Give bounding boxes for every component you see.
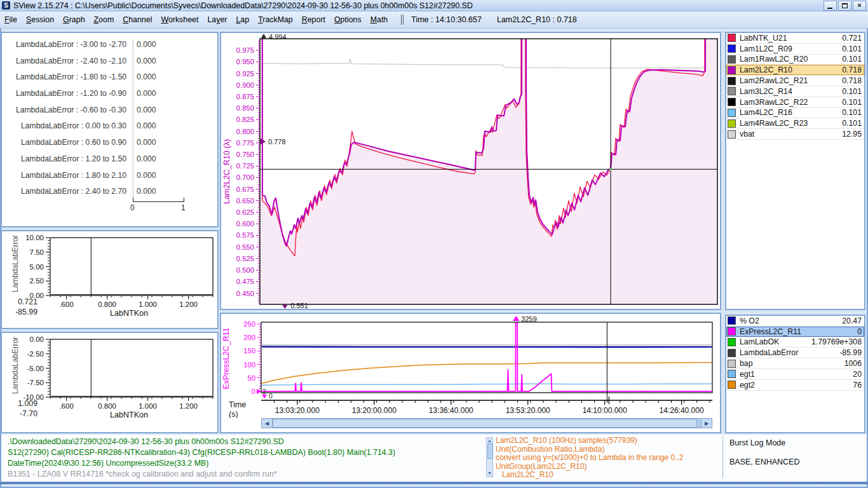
svg-text:200: 200 (243, 334, 255, 341)
svg-text:0.650: 0.650 (236, 197, 254, 205)
log-cal-info: S12(27290) Cal(RICESP-RR286-NTKcalibrati… (8, 448, 395, 457)
channel-row-egt1[interactable]: egt120 (726, 369, 864, 380)
info-scrollbar[interactable]: ▲ ▼ (486, 437, 493, 477)
channel-row-lam1rawl2c-r20[interactable]: Lam1RawL2C_R200.101 (726, 55, 864, 65)
status-divider (722, 437, 723, 478)
channel-value: 0.101 (842, 55, 862, 64)
channel-name: Lam1L2C_R09 (740, 44, 839, 53)
channel-name: % O2 (740, 316, 839, 325)
channel-row-vbat[interactable]: vbat12.95 (726, 129, 864, 140)
log-file-path: .\DownloadedData\27290\2024-09-30 12-56-… (8, 437, 284, 446)
channel-value: 1006 (844, 359, 862, 368)
close-icon: × (853, 1, 865, 9)
histogram-bin-value: 0.000 (137, 69, 156, 86)
histogram-bin-value: 0.000 (137, 135, 156, 151)
channel-name: Lam2L2C_R10 (740, 65, 839, 74)
menu-item-channel[interactable]: Channel (118, 11, 156, 28)
menu-item-file[interactable]: File (0, 11, 22, 28)
channel-row-lam4rawl2c-r23[interactable]: Lam4RawL2C_R230.101 (726, 118, 864, 129)
channel-row-lam1l2c-r09[interactable]: Lam1L2C_R090.101 (726, 44, 864, 55)
channel-value: 20 (853, 370, 862, 379)
histogram-row: LambdaLabError : 0.60 to 0.900.000 (2, 135, 217, 151)
menu-item-lap[interactable]: Lap (231, 11, 254, 28)
channel-color-swatch (728, 109, 736, 117)
menu-item-worksheet[interactable]: Worksheet (156, 11, 203, 28)
channel-row-egt2[interactable]: egt276 (726, 380, 864, 391)
menu-item-layer[interactable]: Layer (203, 11, 231, 28)
histogram-row: LambdaLabError : 1.20 to 1.500.000 (2, 151, 217, 168)
svg-text:0.475: 0.475 (236, 278, 254, 285)
channel-row-lam4l2c-r16[interactable]: Lam4L2C_R160.101 (726, 108, 864, 119)
minimize-button[interactable] (824, 1, 837, 11)
channel-value: 1.79769e+308 (811, 337, 862, 346)
channel-row-lambdalaberror[interactable]: LambdaLabError-85.99 (726, 348, 864, 358)
histogram-bin-value: 0.000 (137, 53, 156, 70)
svg-text:0.725: 0.725 (236, 162, 254, 170)
svg-text:0: 0 (269, 392, 273, 400)
lambda-error-histogram-panel[interactable]: LambdaLabError : -3.00 to -2.700.000Lamb… (1, 32, 219, 227)
channel-info-line: Unit(Combustion Ratio,Lambda) (496, 445, 722, 454)
menu-item-graph[interactable]: Graph (58, 11, 89, 28)
app-logo-icon: S (2, 1, 10, 10)
pressure-graph-panel[interactable]: 05010015020025013:03:20.00013:20:00.0001… (220, 313, 721, 433)
scatter-plot-negative-error-panel[interactable]: 0.00-2.50-5.00-7.50-10.00.6000.8001.0001… (1, 332, 219, 433)
cursor-readout: Time : 14:10:30.657 Lam2L2C_R10 : 0.718 (411, 15, 577, 24)
main-lambda-graph-panel[interactable]: 0.4500.4750.5000.5250.5500.5750.6000.625… (220, 32, 721, 310)
svg-text:13:36:40.000: 13:36:40.000 (429, 406, 473, 415)
channel-color-swatch (728, 349, 736, 357)
title-bar[interactable]: S SView 2.15.274 : C:\Users\Public\Docum… (0, 0, 868, 11)
histogram-row: LambdaLabError : 0.00 to 0.300.000 (2, 118, 217, 135)
channel-row-lam3rawl2c-r22[interactable]: Lam3RawL2C_R220.101 (726, 97, 864, 108)
channel-color-swatch (728, 360, 736, 368)
channel-row-bap[interactable]: bap1006 (726, 358, 864, 369)
channel-row-lamlabok[interactable]: LamLabOK1.79769e+308 (726, 337, 864, 348)
channel-row-lam2l2c-r10[interactable]: Lam2L2C_R100.718 (726, 65, 864, 76)
menu-item-zoom[interactable]: Zoom (90, 11, 119, 28)
bottom-chart-svg[interactable]: 05010015020025013:03:20.00013:20:00.0001… (221, 314, 720, 418)
menu-item-math[interactable]: Math (366, 11, 393, 28)
scroll-right-arrow-icon[interactable]: ▶ (701, 419, 712, 428)
svg-text:1.000: 1.000 (139, 402, 157, 410)
main-chart-svg[interactable]: 0.4500.4750.5000.5250.5500.5750.6000.625… (221, 33, 720, 309)
svg-text:50: 50 (247, 374, 255, 382)
channel-value: 0.718 (842, 65, 862, 74)
time-scrollbar[interactable]: ◀ ▶ (261, 418, 712, 428)
main-channel-list-panel: LabNTK_U210.721Lam1L2C_R090.101Lam1RawL2… (725, 32, 865, 310)
close-button[interactable]: × (853, 1, 866, 11)
scatter-plot-positive-error-panel[interactable]: 10.007.505.002.500.00.6000.8001.0001.200… (1, 230, 219, 329)
channel-name: LabNTK_U21 (740, 34, 839, 43)
overlay-channel-list-panel: % O220.47ExPressL2C_R110LamLabOK1.79769e… (725, 315, 865, 433)
svg-text:250: 250 (243, 320, 255, 328)
svg-text:0.600: 0.600 (236, 220, 254, 227)
maximize-button[interactable] (838, 1, 851, 11)
histogram-bin-label: LambdaLabError : -1.80 to -1.50 (16, 69, 126, 86)
svg-text:0.625: 0.625 (236, 208, 254, 216)
channel-row-labntk-u21[interactable]: LabNTK_U210.721 (726, 33, 864, 44)
histogram-row: LambdaLabError : 1.80 to 2.100.000 (2, 168, 217, 184)
svg-text:Time: Time (229, 400, 246, 409)
channel-color-swatch (728, 98, 736, 106)
channel-name: Lam4RawL2C_R23 (740, 119, 839, 128)
svg-text:-5.00: -5.00 (27, 365, 44, 372)
menu-item-report[interactable]: Report (297, 11, 330, 28)
channel-info-line: convert using y=(x/1000)+0 to Lambda in … (496, 454, 722, 463)
channel-row--o2[interactable]: % O220.47 (726, 316, 864, 327)
scroll-down-arrow-icon[interactable]: ▼ (487, 471, 492, 476)
info-scrollbar-thumb[interactable] (487, 444, 493, 459)
histogram-axis-min: 0 (130, 203, 135, 212)
svg-text:0.525: 0.525 (236, 255, 254, 262)
scroll-up-arrow-icon[interactable]: ▲ (487, 438, 492, 444)
scrollbar-thumb[interactable] (273, 419, 697, 428)
channel-row-lam2rawl2c-r21[interactable]: Lam2RawL2C_R210.718 (726, 76, 864, 86)
menu-item-session[interactable]: Session (22, 11, 58, 28)
histogram-bin-label: LambdaLabError : 1.20 to 1.50 (21, 151, 126, 168)
channel-value: 12.95 (842, 130, 862, 139)
channel-color-swatch (728, 381, 736, 389)
channel-name: bap (740, 359, 842, 368)
channel-name: egt2 (740, 381, 850, 390)
menu-item-trackmap[interactable]: TrackMap (254, 11, 297, 28)
channel-row-expressl2c-r11[interactable]: ExPressL2C_R110 (726, 327, 864, 337)
menu-item-options[interactable]: Options (330, 11, 366, 28)
scroll-left-arrow-icon[interactable]: ◀ (262, 419, 273, 428)
channel-row-lam3l2c-r14[interactable]: Lam3L2C_R140.101 (726, 86, 864, 97)
